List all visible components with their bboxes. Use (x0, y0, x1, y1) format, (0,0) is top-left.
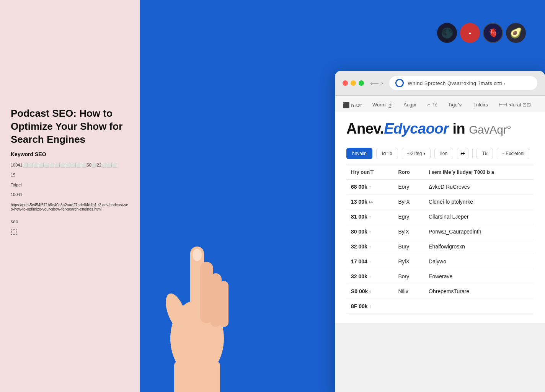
title-part1: Anev. (346, 121, 384, 137)
cell-num: 81 00k ↑ (346, 209, 393, 224)
tab-1[interactable]: ⬛ b szt (341, 100, 363, 111)
cell-arrow: ↑ (369, 229, 371, 235)
tab-tigev[interactable]: Tigeʼv. (447, 100, 464, 111)
sidebar-meta-line1: 10041⬜⬜⬜⬜⬜⬜⬜⬜⬜⬜⬜⬜50⬜22⬜⬜⬜ (11, 162, 129, 169)
toolbar-dropdown-lifeg[interactable]: ~¹2lifeg ▾ (402, 148, 431, 159)
table-row[interactable]: 8F 00k ↑ (346, 299, 534, 314)
svg-rect-2 (200, 262, 213, 323)
icon-circle-1: 🌑 (437, 23, 457, 43)
table-row[interactable]: S0 00k ↑ Nillv OhrepemsTurare (346, 284, 534, 299)
toolbar-btn-lion[interactable]: lion (434, 148, 453, 159)
cell-desc: Eowerave (424, 269, 534, 284)
cell-desc: OhrepemsTurare (424, 284, 534, 299)
sidebar-meta-zip: 10041 (11, 191, 129, 198)
cell-code: ByrX (393, 194, 424, 209)
cell-num: 8F 00k ↑ (346, 299, 393, 314)
table-header-row: Hry oun⊤ Roro I sem IMeʼy iludya¡ T003 b… (346, 165, 534, 179)
browser-content: Anev.Edycaoor in GavAqr° ħnvalin lɑ⁻Ib ~… (335, 111, 545, 323)
browser-window: ⟵ › Wnind Sprotech Qvsarroxing ʔmats ɑɪt… (335, 71, 545, 392)
cell-code (393, 299, 424, 314)
tab-nloirs[interactable]: | nloirs (472, 100, 490, 111)
table-row[interactable]: 68 00k ↑ Eory ΔvkeD RuCroves (346, 179, 534, 194)
url-circle-icon (395, 79, 404, 87)
cell-desc: Cllarsinal LJeper (424, 209, 534, 224)
cell-arrow: ↑ (369, 244, 371, 250)
cell-num: 17 004 ↑ (346, 254, 393, 269)
svg-rect-1 (190, 247, 204, 315)
url-bar[interactable]: Wnind Sprotech Qvsarroxing ʔmats ɑɪtl › (389, 76, 537, 90)
browser-icons-bar: 🌑 ● 🫀 🥑 (437, 23, 526, 43)
toolbar-btn-excietoni[interactable]: ≈ Excietoni (497, 148, 529, 159)
main-area: 🌑 ● 🫀 🥑 ⟵ › Wnind Sprotech Q (140, 0, 545, 392)
cell-desc: ΔvkeD RuCroves (424, 179, 534, 194)
cell-num: 13 00k ↦ (346, 194, 393, 209)
sidebar-meta-city: Taipei (11, 182, 129, 189)
cell-num: 68 00k ↑ (346, 179, 393, 194)
sidebar-keyword: Keyword SEO (11, 151, 129, 157)
hand-overlay (140, 181, 255, 392)
content-title: Anev.Edycaoor in GavAqr° (346, 121, 534, 137)
svg-rect-7 (174, 361, 220, 392)
svg-point-5 (162, 291, 191, 332)
cell-desc (424, 299, 534, 314)
cell-code: Egry (393, 209, 424, 224)
title-part4: GavAqr° (469, 123, 511, 136)
cell-desc: Clqnei-lo ptolynrke (424, 194, 534, 209)
back-icon[interactable]: ⟵ (370, 80, 379, 87)
nav-arrows[interactable]: ⟵ › (370, 80, 383, 87)
table-row[interactable]: 80 00k ↑ BylX PonwΩ_Caurapedinth (346, 224, 534, 239)
tab-ural[interactable]: ⊢⊣ ⊲ural ⊡⊡ (497, 100, 532, 111)
cell-arrow: ↑ (369, 214, 371, 220)
cell-arrow: ↑ (369, 274, 371, 279)
icon-circle-4: 🥑 (506, 23, 526, 43)
cell-code: BylX (393, 224, 424, 239)
browser-chrome: ⟵ › Wnind Sprotech Qvsarroxing ʔmats ɑɪt… (335, 71, 545, 96)
cell-arrow: ↑ (369, 259, 371, 265)
url-text: Wnind Sprotech Qvsarroxing ʔmats ɑɪtl › (408, 80, 506, 86)
table-row[interactable]: 32 00k ↑ Bury Ehalfowigrosxn (346, 239, 534, 254)
tab-wormdi[interactable]: Worm⁻d̲ı (371, 100, 394, 111)
toolbar-btn-tk[interactable]: Tk (476, 148, 493, 159)
svg-rect-3 (210, 273, 222, 327)
icon-circle-2: ● (460, 23, 480, 43)
table-row[interactable]: 81 00k ↑ Egry Cllarsinal LJeper (346, 209, 534, 224)
table-row[interactable]: 13 00k ↦ ByrX Clqnei-lo ptolynrke (346, 194, 534, 209)
cell-arrow: ↑ (369, 304, 371, 309)
sidebar-meta-line2: 15 (11, 172, 129, 179)
icon-circle-3: 🫀 (483, 23, 503, 43)
svg-point-6 (193, 249, 202, 261)
sidebar-title: Podcast SEO: How to Optimize Your Show f… (11, 107, 129, 146)
cell-arrow: ↑ (369, 185, 371, 190)
toolbar-btn-exchange[interactable]: ⬌ (457, 148, 468, 159)
cell-code: Eory (393, 179, 424, 194)
traffic-light-red[interactable] (343, 80, 348, 86)
cell-desc: Ehalfowigrosxn (424, 239, 534, 254)
title-part2: Edycaoor (384, 121, 449, 137)
svg-rect-4 (219, 281, 228, 327)
tab-te[interactable]: ⌐ Tē (426, 100, 439, 111)
table-row[interactable]: 32 00k ↑ Bory Eowerave (346, 269, 534, 284)
traffic-light-yellow[interactable] (351, 80, 356, 86)
cell-num: 80 00k ↑ (346, 224, 393, 239)
sidebar-box-icon: ⬚ (11, 227, 129, 236)
col-header-roro: Roro (393, 165, 424, 179)
traffic-light-green[interactable] (359, 80, 364, 86)
hand-svg (144, 193, 251, 392)
col-header-num: Hry oun⊤ (346, 165, 393, 179)
tab-augpr[interactable]: Augpr (402, 100, 418, 111)
forward-icon[interactable]: › (381, 80, 383, 87)
svg-point-0 (170, 300, 224, 377)
cell-code: Nillv (393, 284, 424, 299)
title-part3: in (449, 121, 469, 137)
col-header-desc: I sem IMeʼy iludya¡ T003 b a (424, 165, 534, 179)
cell-code: Bury (393, 239, 424, 254)
traffic-lights (343, 80, 364, 86)
toolbar-divider (472, 149, 473, 158)
cell-num: 32 00k ↑ (346, 239, 393, 254)
table-row[interactable]: 17 004 ↑ RylX Dalywo (346, 254, 534, 269)
toolbar-btn-invalid[interactable]: ħnvalin (346, 148, 372, 159)
cell-num: S0 00k ↑ (346, 284, 393, 299)
data-table: Hry oun⊤ Roro I sem IMeʼy iludya¡ T003 b… (346, 165, 534, 314)
cell-arrow: ↑ (369, 289, 372, 294)
toolbar-btn-2[interactable]: lɑ⁻Ib (376, 148, 398, 159)
